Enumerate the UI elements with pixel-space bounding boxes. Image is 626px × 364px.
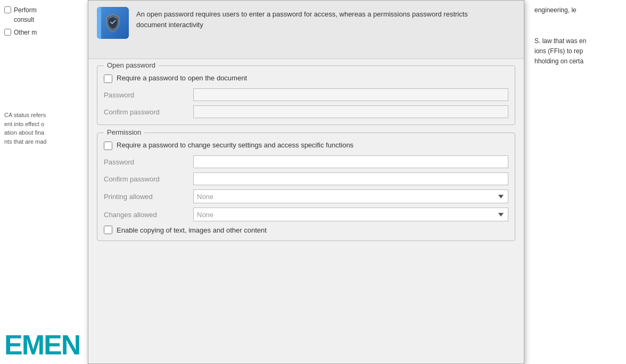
permission-checkbox[interactable]	[104, 142, 112, 150]
bg-text-1: Performconsult	[14, 5, 37, 24]
bg-left-text: Performconsult Other m	[0, 0, 90, 46]
open-confirm-input[interactable]	[193, 105, 508, 118]
perm-password-input[interactable]	[193, 155, 508, 168]
permission-section: Permission Require a password to change …	[97, 133, 515, 241]
printing-allowed-row: Printing allowed None Low Resolution Hig…	[104, 189, 508, 203]
shield-icon	[103, 13, 122, 32]
open-password-section: Open password Require a password to open…	[97, 65, 515, 125]
bg-right-panel: engineering, leS. law that was enions (F…	[530, 0, 626, 364]
perm-password-row: Password	[104, 155, 508, 168]
bg-checkbox-2[interactable]	[4, 29, 11, 36]
perm-confirm-input[interactable]	[193, 172, 508, 185]
copy-content-checkbox[interactable]	[104, 226, 112, 234]
dialog-description: An open password requires users to enter…	[136, 7, 482, 30]
siemens-logo-area: EMEN	[0, 300, 90, 364]
perm-password-label: Password	[104, 158, 189, 166]
permission-legend: Permission	[104, 128, 144, 136]
changes-allowed-label: Changes allowed	[104, 211, 189, 219]
bg-ca-text: CA status refersent into effect oation a…	[4, 112, 47, 145]
open-confirm-label: Confirm password	[104, 108, 189, 116]
permission-checkbox-row: Require a password to change security se…	[104, 140, 508, 150]
bg-text-2: Other m	[14, 28, 37, 37]
perm-confirm-label: Confirm password	[104, 175, 189, 183]
open-password-row: Password	[104, 88, 508, 101]
bg-checkbox-1[interactable]	[4, 6, 11, 13]
open-password-checkbox-label[interactable]: Require a password to open the document	[117, 73, 247, 83]
perm-confirm-row: Confirm password	[104, 172, 508, 185]
changes-allowed-row: Changes allowed None Inserting, deleting…	[104, 208, 508, 221]
open-password-label: Password	[104, 91, 189, 99]
copy-content-label[interactable]: Enable copying of text, images and other…	[117, 226, 267, 234]
permission-checkbox-label[interactable]: Require a password to change security se…	[117, 140, 353, 150]
copy-content-row: Enable copying of text, images and other…	[104, 226, 508, 234]
open-password-checkbox-row: Require a password to open the document	[104, 73, 508, 83]
printing-allowed-label: Printing allowed	[104, 193, 189, 201]
printing-allowed-select[interactable]: None Low Resolution High Resolution	[193, 189, 508, 203]
open-password-checkbox[interactable]	[104, 75, 112, 83]
bg-left-panel: Performconsult Other m CA status referse…	[0, 0, 90, 364]
dialog-icon-wrapper	[97, 7, 129, 39]
open-password-input[interactable]	[193, 88, 508, 101]
changes-allowed-select[interactable]: None Inserting, deleting and rotating pa…	[193, 208, 508, 221]
siemens-logo-text: EMEN	[4, 331, 80, 359]
dialog-header: An open password requires users to enter…	[88, 1, 524, 59]
open-confirm-row: Confirm password	[104, 105, 508, 118]
open-password-legend: Open password	[104, 61, 159, 69]
dialog-body: Open password Require a password to open…	[88, 59, 524, 363]
security-dialog: An open password requires users to enter…	[88, 0, 524, 364]
bg-right-text: engineering, leS. law that was enions (F…	[534, 6, 586, 65]
